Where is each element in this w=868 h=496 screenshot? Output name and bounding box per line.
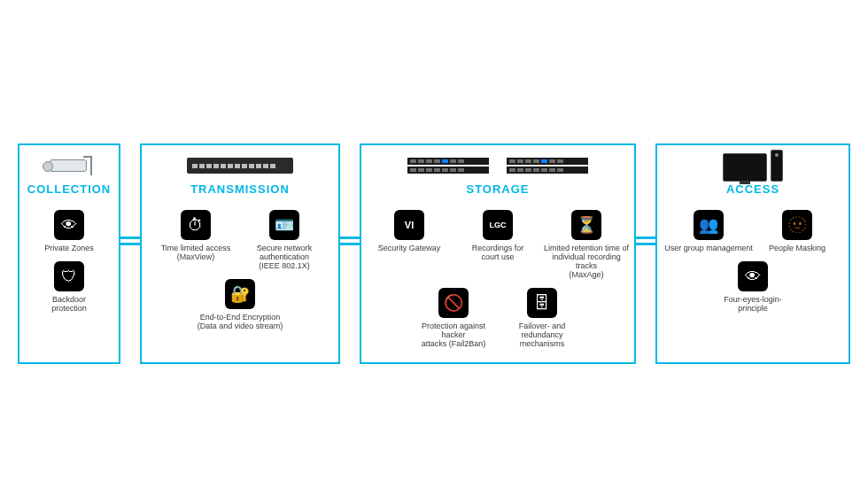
section-title: COLLECTION bbox=[23, 182, 115, 196]
connector bbox=[636, 117, 655, 364]
feature-label: End-to-End Encryption(Data and video str… bbox=[198, 313, 283, 330]
feature-court-recordings: LGC Recordings forcourt use bbox=[453, 206, 542, 284]
feature-fail2ban: 🚫 Protection against hackerattacks (Fail… bbox=[409, 284, 498, 353]
masking-icon: 🫥 bbox=[782, 210, 812, 240]
switch-illustration bbox=[145, 152, 335, 179]
section-transmission: TRANSMISSION ⏱ Time limited access(MaxVi… bbox=[140, 143, 340, 364]
feature-time-limited-access: ⏱ Time limited access(MaxView) bbox=[151, 206, 240, 275]
eye-icon: 👁 bbox=[54, 210, 84, 240]
connector bbox=[340, 117, 360, 364]
feature-label: Backdoorprotection bbox=[51, 295, 87, 313]
section-title: TRANSMISSION bbox=[145, 182, 335, 196]
clock-lock-icon: ⏱ bbox=[181, 210, 211, 240]
feature-backdoor-protection: 🛡 Backdoorprotection bbox=[27, 258, 112, 318]
feature-label: Time limited access(MaxView) bbox=[161, 244, 231, 261]
section-title: STORAGE bbox=[365, 182, 631, 196]
feature-people-masking: 🫥 People Masking bbox=[753, 206, 841, 258]
feature-failover: 🗄 Failover- andredundancy mechanisms bbox=[498, 284, 586, 353]
feature-label: Limited retention time ofindividual reco… bbox=[542, 244, 631, 279]
users-icon: 👥 bbox=[694, 210, 724, 240]
feature-label: Four-eyes-login-principle bbox=[724, 295, 782, 313]
security-pipeline-diagram: COLLECTION 👁 Private Zones 🛡 Backdoorpro… bbox=[18, 143, 850, 364]
ban-icon: 🚫 bbox=[438, 288, 469, 318]
section-storage: STORAGE VI Security Gateway LGC Recordin… bbox=[360, 143, 636, 364]
lock-key-icon: 🔐 bbox=[225, 279, 255, 309]
camera-illustration bbox=[23, 152, 115, 179]
feature-limited-retention: ⏳ Limited retention time ofindividual re… bbox=[542, 206, 631, 284]
feature-private-zones: 👁 Private Zones bbox=[27, 206, 112, 258]
feature-label: Protection against hackerattacks (Fail2B… bbox=[409, 322, 498, 348]
id-card-icon: 🪪 bbox=[269, 210, 299, 240]
section-title: ACCESS bbox=[661, 182, 845, 196]
feature-four-eyes: 👁 Four-eyes-login-principle bbox=[709, 258, 797, 318]
eye4-icon: 👁 bbox=[738, 261, 768, 291]
server-illustration bbox=[365, 152, 631, 179]
workstation-illustration bbox=[661, 152, 845, 179]
feature-label: People Masking bbox=[769, 244, 825, 252]
connector bbox=[120, 117, 140, 364]
vi-proxy-icon: VI bbox=[394, 210, 424, 240]
redundancy-icon: 🗄 bbox=[527, 288, 557, 318]
feature-e2e-encryption: 🔐 End-to-End Encryption(Data and video s… bbox=[196, 275, 284, 336]
hourglass-icon: ⏳ bbox=[571, 210, 601, 240]
feature-label: Failover- andredundancy mechanisms bbox=[498, 322, 586, 348]
feature-label: Secure networkauthentication(IEEE 802.1X… bbox=[257, 244, 313, 270]
lgc-icon: LGC bbox=[483, 210, 513, 240]
feature-label: Private Zones bbox=[44, 244, 94, 252]
section-access: ACCESS 👥 User group management 🫥 People … bbox=[655, 143, 850, 364]
feature-label: Recordings forcourt use bbox=[472, 244, 524, 261]
feature-user-group-mgmt: 👥 User group management bbox=[664, 206, 753, 258]
feature-security-gateway: VI Security Gateway bbox=[365, 206, 453, 284]
feature-label: Security Gateway bbox=[378, 244, 441, 252]
feature-label: User group management bbox=[664, 244, 753, 252]
shield-icon: 🛡 bbox=[54, 261, 84, 291]
feature-secure-network-auth: 🪪 Secure networkauthentication(IEEE 802.… bbox=[240, 206, 329, 275]
section-collection: COLLECTION 👁 Private Zones 🛡 Backdoorpro… bbox=[18, 143, 120, 364]
